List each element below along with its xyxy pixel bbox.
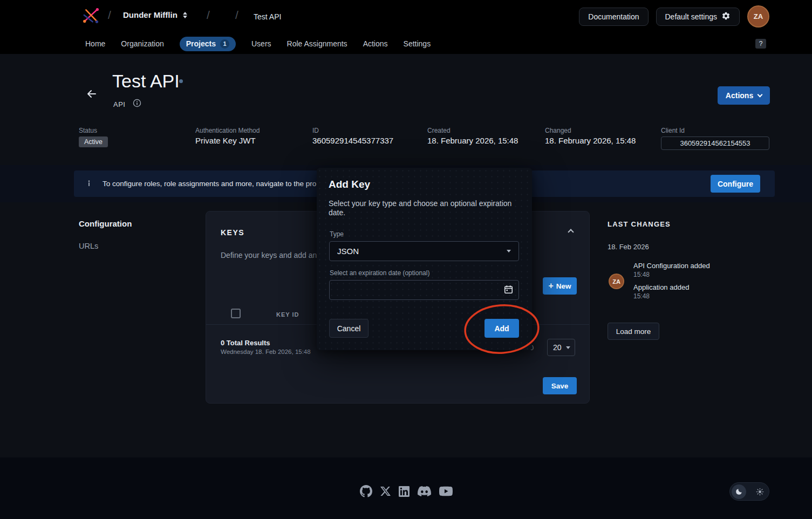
nav-tab-organization[interactable]: Organization [121, 39, 163, 48]
header-actions: Documentation Default settings ZA [579, 5, 769, 28]
org-name: Dunder Mifflin [123, 10, 178, 19]
page-title: Test API [112, 71, 180, 92]
auth-method-value: Private Key JWT [195, 136, 256, 145]
event-time: 15:48 [633, 292, 650, 300]
page-actions-button[interactable]: Actions [718, 86, 770, 105]
org-switcher[interactable]: Dunder Mifflin [123, 10, 187, 19]
chevron-down-icon [758, 92, 763, 97]
auth-method-label: Authentication Method [195, 127, 260, 134]
event-time: 15:48 [633, 271, 650, 278]
keys-card-description: Define your keys and add an o [221, 251, 323, 260]
id-value: 360592914545377337 [312, 136, 393, 145]
plus-icon: + [548, 282, 553, 290]
page-size-select[interactable]: 20 [547, 339, 575, 356]
social-links [0, 484, 812, 498]
key-type-value: JSON [337, 247, 359, 256]
top-header: / Dunder Mifflin / / Test API Documentat… [0, 0, 812, 54]
last-changes-heading: LAST CHANGES [608, 220, 671, 228]
new-key-button[interactable]: + New [543, 277, 577, 295]
client-id-value[interactable]: 360592914562154553 [661, 136, 769, 150]
modal-description: Select your key type and choose an optio… [329, 199, 516, 217]
app-type-label: API [113, 100, 125, 108]
changed-value: 18. February 2026, 15:48 [545, 136, 636, 145]
light-mode-sun-icon[interactable] [753, 484, 767, 499]
zitadel-logo-icon[interactable] [80, 4, 103, 28]
page-footer [0, 457, 812, 519]
page-actions-label: Actions [726, 91, 753, 100]
changed-label: Changed [545, 127, 571, 134]
last-changes-date: 18. Feb 2026 [608, 243, 649, 251]
nav-tab-projects-label: Projects [186, 39, 216, 48]
info-icon[interactable] [133, 99, 141, 109]
documentation-button[interactable]: Documentation [579, 8, 648, 26]
youtube-icon[interactable] [439, 484, 453, 498]
status-label: Status [79, 127, 97, 134]
add-key-modal: Add Key Select your key type and choose … [317, 168, 532, 350]
gear-icon [721, 11, 731, 22]
nav-tab-actions[interactable]: Actions [363, 39, 388, 48]
configure-button[interactable]: Configure [711, 175, 760, 193]
breadcrumb-separator: / [235, 9, 238, 22]
unfold-more-icon [183, 12, 187, 18]
linkedin-icon[interactable] [399, 486, 410, 497]
select-all-checkbox[interactable] [231, 309, 241, 318]
back-button[interactable] [85, 87, 98, 102]
projects-count-badge: 1 [220, 39, 229, 49]
key-type-select[interactable]: JSON [329, 241, 519, 261]
status-badge: Active [79, 136, 108, 147]
total-results: 0 Total Results [221, 339, 270, 347]
breadcrumb-separator: / [108, 9, 111, 22]
chevron-down-icon [566, 346, 570, 349]
help-button[interactable]: ? [755, 39, 766, 49]
nav-tab-users[interactable]: Users [251, 39, 271, 48]
new-key-label: New [556, 282, 571, 290]
title-state-dot [179, 79, 183, 83]
user-avatar[interactable]: ZA [747, 5, 769, 28]
keys-card-title: KEYS [221, 228, 244, 237]
cancel-button[interactable]: Cancel [329, 319, 369, 338]
default-settings-button[interactable]: Default settings [656, 8, 740, 26]
main-nav: Home Organization Projects 1 Users Role … [85, 33, 431, 54]
sidebar-item-urls[interactable]: URLs [79, 242, 98, 250]
configuration-heading: Configuration [79, 219, 132, 228]
back-arrow-icon [85, 87, 98, 100]
app-screen: / Dunder Mifflin / / Test API Documentat… [0, 0, 812, 519]
breadcrumb-separator: / [207, 9, 210, 22]
dark-mode-moon-icon[interactable] [732, 484, 746, 499]
nav-tab-settings[interactable]: Settings [404, 39, 431, 48]
chevron-down-icon [507, 250, 511, 252]
x-twitter-icon[interactable] [380, 486, 391, 496]
collapse-button[interactable] [569, 228, 573, 236]
nav-tab-home[interactable]: Home [85, 39, 105, 48]
calendar-icon[interactable] [503, 284, 514, 296]
discord-icon[interactable] [418, 484, 431, 498]
github-icon[interactable] [360, 485, 372, 497]
breadcrumb-project[interactable]: Test API [254, 12, 281, 21]
event-title: API Configuration added [633, 262, 710, 270]
page-size-value: 20 [553, 343, 562, 352]
nav-tab-projects[interactable]: Projects 1 [180, 37, 236, 51]
created-label: Created [427, 127, 451, 134]
modal-title: Add Key [329, 179, 370, 190]
expiration-date-input[interactable] [330, 281, 518, 299]
client-id-label: Client Id [661, 127, 685, 134]
theme-toggle [729, 482, 769, 501]
save-button[interactable]: Save [543, 377, 577, 394]
nav-tab-role-assignments[interactable]: Role Assignments [287, 39, 347, 48]
banner-text: To configure roles, role assignments and… [103, 180, 316, 188]
id-label: ID [312, 127, 319, 134]
chevron-up-icon [568, 229, 574, 235]
add-button[interactable]: Add [485, 319, 519, 338]
load-more-button[interactable]: Load more [608, 323, 659, 340]
column-header-key-id: KEY ID [276, 311, 299, 318]
event-title: Application added [633, 283, 689, 291]
expiration-date-field [329, 280, 519, 300]
type-field-label: Type [330, 230, 344, 238]
results-timestamp: Wednesday 18. Feb 2026, 15:48 [221, 349, 311, 355]
default-settings-label: Default settings [665, 12, 718, 21]
info-icon [85, 179, 93, 190]
expiration-field-label: Select an expiration date (optional) [330, 269, 429, 277]
event-avatar: ZA [609, 274, 624, 289]
created-value: 18. February 2026, 15:48 [427, 136, 518, 145]
